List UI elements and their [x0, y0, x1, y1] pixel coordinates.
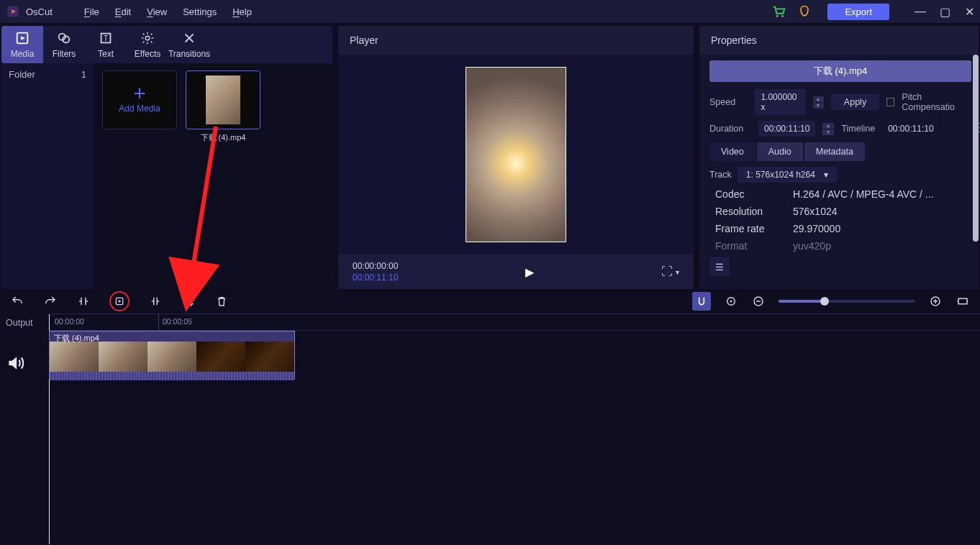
track-select[interactable]: 1: 576x1024 h264 ▾ — [738, 167, 837, 183]
zoom-slider[interactable] — [779, 300, 915, 303]
app-logo — [6, 4, 20, 19]
tab-filters[interactable]: Filters — [43, 26, 85, 63]
resolution-key: Resolution — [715, 206, 793, 217]
chevron-down-icon[interactable]: ▾ — [676, 268, 679, 276]
tab-transitions[interactable]: Transitions — [168, 26, 210, 63]
titlebar: OsCut File Edit View Settings Help Expor… — [0, 0, 980, 23]
timeline-toolbar — [0, 289, 980, 313]
cart-icon[interactable] — [770, 3, 787, 20]
ripple-playhead-icon[interactable] — [109, 291, 130, 311]
export-button[interactable]: Export — [827, 4, 889, 20]
properties-header: Properties — [699, 26, 979, 55]
framerate-value: 29.970000 — [793, 223, 840, 234]
media-clip-tile[interactable] — [186, 70, 260, 129]
zoom-out-icon[interactable] — [751, 294, 766, 308]
properties-panel: Properties 下载 (4).mp4 Speed 1.000000 x ▴… — [699, 26, 979, 289]
close-icon[interactable]: ✕ — [963, 5, 976, 19]
speed-input[interactable]: 1.000000 x — [755, 89, 806, 115]
menu-view[interactable]: View — [147, 6, 167, 17]
properties-scrollbar[interactable] — [973, 55, 979, 289]
svg-marker-5 — [21, 36, 25, 40]
media-thumbnail — [206, 75, 240, 124]
properties-file-chip[interactable]: 下载 (4).mp4 — [709, 60, 971, 82]
cut-icon[interactable] — [148, 294, 163, 308]
pitch-label: Pitch Compensatio — [902, 92, 971, 112]
clip-thumb — [99, 342, 148, 372]
properties-menu-button[interactable]: ☰ — [709, 257, 730, 276]
add-media-tile[interactable]: + Add Media — [102, 70, 177, 129]
tab-text-label: Text — [98, 49, 114, 59]
target-icon[interactable] — [724, 294, 738, 308]
timeline-clip[interactable]: 下载 (4).mp4 — [49, 331, 295, 380]
codec-value: H.264 / AVC / MPEG-4 AVC / ... — [793, 188, 934, 200]
timeline-ruler[interactable]: 00:00:00 00:00:05 — [49, 313, 980, 331]
timeline-dur-label: Timeline — [841, 124, 875, 134]
fullscreen-icon[interactable]: ⛶ — [661, 265, 673, 278]
zoom-in-icon[interactable] — [928, 294, 943, 308]
chevron-down-icon: ▾ — [824, 170, 828, 180]
apply-button[interactable]: Apply — [831, 94, 879, 110]
tab-text[interactable]: T Text — [85, 26, 127, 63]
split-marker-icon[interactable] — [76, 294, 91, 308]
ruler-tick-0: 00:00:00 — [55, 317, 84, 326]
speed-label: Speed — [709, 97, 748, 107]
timeline-tracks[interactable]: 00:00:00 00:00:05 下载 (4).mp4 — [49, 313, 980, 545]
tab-media[interactable]: Media — [1, 26, 43, 63]
delete-icon[interactable] — [214, 294, 229, 308]
folder-count: 1 — [81, 69, 86, 283]
plus-icon: + — [133, 86, 146, 101]
crop-icon[interactable] — [181, 294, 196, 308]
clip-thumb — [50, 342, 99, 372]
clip-thumb — [245, 342, 294, 372]
tab-transitions-label: Transitions — [168, 49, 210, 59]
tab-media-label: Media — [11, 49, 35, 59]
properties-tabs: Video Audio Metadata — [709, 142, 971, 161]
player-header: Player — [338, 26, 694, 55]
folder-pane[interactable]: Folder 1 — [1, 63, 94, 289]
tool-tabs: Media Filters T Text Effects Transitions — [1, 26, 332, 63]
duration-label: Duration — [709, 124, 751, 134]
svg-rect-28 — [958, 298, 967, 304]
duration-spinner[interactable]: ▴▾ — [822, 123, 834, 135]
prop-tab-video[interactable]: Video — [709, 142, 756, 161]
svg-point-10 — [145, 36, 150, 40]
pitch-checkbox[interactable] — [886, 98, 894, 106]
clip-thumb — [148, 342, 196, 372]
framerate-key: Frame rate — [715, 223, 793, 234]
player-panel: Player 00:00:00:00 00:00:11:10 ▶ ⛶ ▾ — [338, 26, 694, 289]
add-media-label: Add Media — [119, 104, 160, 114]
prop-tab-audio[interactable]: Audio — [757, 142, 803, 161]
svg-text:T: T — [104, 35, 108, 42]
svg-line-18 — [143, 42, 145, 43]
svg-point-3 — [781, 15, 784, 17]
menu-file[interactable]: File — [84, 6, 99, 17]
menu-settings[interactable]: Settings — [183, 6, 217, 17]
speaker-icon[interactable] — [6, 354, 43, 372]
output-label: Output — [6, 318, 43, 328]
timeline-output-column: Output — [0, 313, 49, 545]
promo-icon[interactable] — [796, 3, 813, 20]
prop-tab-metadata[interactable]: Metadata — [804, 142, 865, 161]
ruler-tick-1: 00:00:05 — [163, 317, 192, 326]
menubar: File Edit View Settings Help — [84, 6, 252, 17]
app-name: OsCut — [26, 6, 53, 17]
play-button[interactable]: ▶ — [525, 265, 534, 279]
maximize-icon[interactable]: ▢ — [938, 5, 951, 19]
tab-effects[interactable]: Effects — [127, 26, 168, 63]
player-controls: 00:00:00:00 00:00:11:10 ▶ ⛶ ▾ — [338, 255, 694, 289]
undo-icon[interactable] — [10, 294, 24, 308]
speed-spinner[interactable]: ▴▾ — [813, 96, 824, 109]
player-frame[interactable] — [466, 67, 566, 242]
player-viewport[interactable] — [338, 55, 694, 255]
menu-edit[interactable]: Edit — [115, 6, 131, 17]
minimize-icon[interactable]: — — [914, 5, 927, 19]
track-select-value: 1: 576x1024 h264 — [746, 170, 815, 180]
snap-icon[interactable] — [692, 292, 711, 311]
svg-point-2 — [776, 15, 779, 17]
resolution-value: 576x1024 — [793, 206, 838, 217]
duration-input[interactable]: 00:00:11:10 — [758, 121, 815, 137]
zoom-fit-icon[interactable] — [956, 294, 970, 308]
menu-help[interactable]: Help — [232, 6, 252, 17]
redo-icon[interactable] — [43, 294, 58, 308]
svg-point-22 — [730, 301, 732, 303]
